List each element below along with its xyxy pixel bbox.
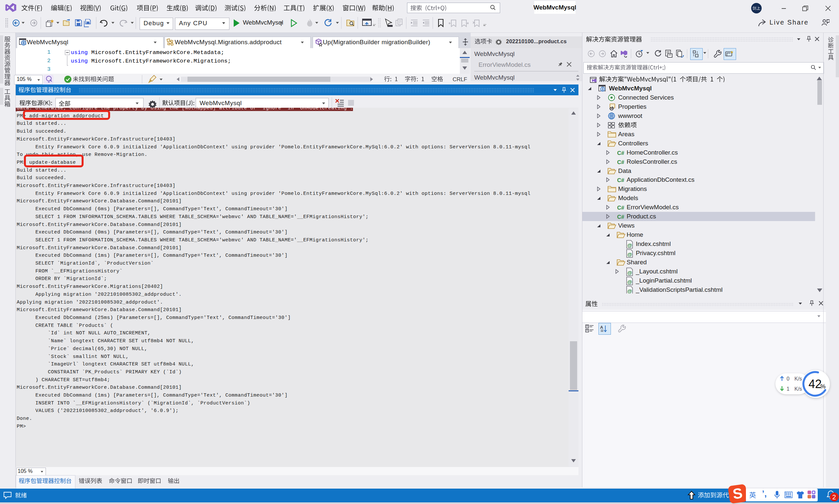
svg-text:@: @ (627, 242, 632, 248)
svg-text:@: @ (627, 270, 632, 275)
svg-text:C#: C# (617, 177, 624, 183)
svg-text:@: @ (627, 279, 632, 285)
svg-text:@: @ (627, 288, 632, 294)
svg-text:C#: C# (617, 214, 624, 220)
svg-text:C#: C# (617, 150, 624, 156)
svg-text:C#: C# (617, 205, 624, 211)
svg-text:C#: C# (617, 159, 624, 165)
svg-text:A: A (600, 325, 604, 330)
svg-text:@: @ (627, 252, 632, 257)
